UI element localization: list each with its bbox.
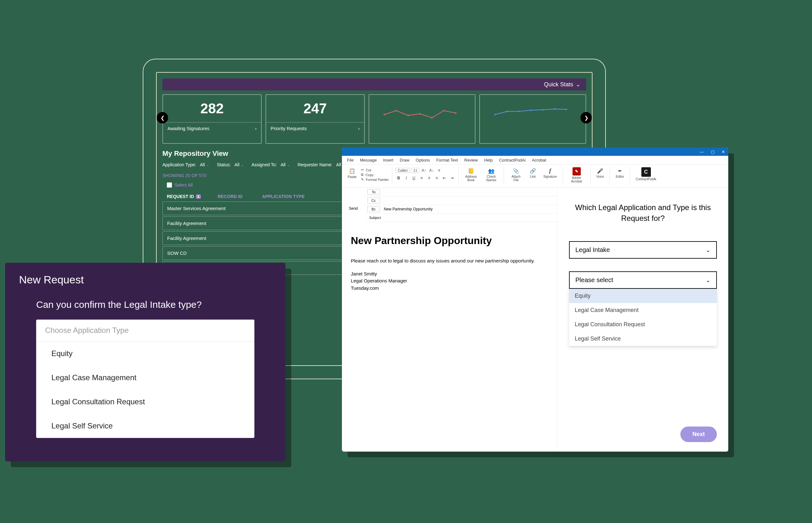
stat-label-text: Awaiting Signatures [168, 126, 209, 131]
option-equity[interactable]: Equity [36, 341, 254, 366]
checkbox-icon [167, 182, 172, 187]
bold-button[interactable]: B [396, 175, 402, 181]
indent-decrease-button[interactable]: ⇤ [441, 175, 448, 181]
quickstats-label: Quick Stats [544, 81, 573, 88]
menu-acrobat[interactable]: Acrobat [532, 158, 546, 162]
application-type-card: Choose Application Type Equity Legal Cas… [36, 320, 254, 438]
column-application-type[interactable]: APPLICATION TYPE [262, 194, 325, 199]
menu-review[interactable]: Review [464, 158, 478, 162]
window-titlebar: — ▢ ✕ [342, 148, 728, 156]
sort-badge: 1 [196, 195, 201, 199]
column-record-id[interactable]: RECORD ID [218, 194, 262, 199]
filter-requester-name[interactable]: Requester Name: All⌄ [298, 162, 345, 167]
adobe-icon: ✎ [572, 167, 581, 176]
svg-point-9 [518, 111, 520, 112]
chevron-right-icon: › [358, 126, 360, 131]
stat-number: 282 [163, 101, 261, 116]
menu-insert[interactable]: Insert [383, 158, 394, 162]
side-question: Which Legal Application and Type is this… [569, 202, 717, 223]
quickstats-toggle[interactable]: Quick Stats ⌄ [163, 78, 586, 90]
menu-draw[interactable]: Draw [400, 158, 409, 162]
card-header: Choose Application Type [36, 320, 254, 341]
check-names-button[interactable]: 👥Check Names [482, 167, 501, 182]
stat-label-text: Priority Requests [270, 126, 307, 131]
indent-increase-button[interactable]: ⇥ [449, 175, 455, 181]
align-center-button[interactable]: ≡ [426, 175, 432, 181]
option-equity[interactable]: Equity [569, 289, 717, 303]
svg-point-13 [566, 109, 567, 110]
cc-button[interactable]: Cc [367, 198, 380, 203]
option-legal-consultation-request[interactable]: Legal Consultation Request [569, 317, 717, 332]
svg-point-3 [419, 113, 421, 114]
adobe-acrobat-button[interactable]: ✎Adobe Acrobat [566, 167, 587, 183]
line-chart-2 [479, 94, 586, 144]
link-icon: 🔗 [529, 167, 536, 174]
to-input[interactable] [382, 188, 557, 196]
menu-help[interactable]: Help [484, 158, 493, 162]
menu-options[interactable]: Options [416, 158, 430, 162]
attach-file-button[interactable]: 📎Attach File [507, 167, 525, 182]
minimize-button[interactable]: — [700, 149, 704, 154]
side-panel: Which Legal Application and Type is this… [558, 188, 728, 452]
filter-application-type[interactable]: Application Type: All⌄ [163, 162, 209, 167]
subject-input[interactable] [386, 216, 557, 220]
carousel-next-button[interactable]: ❯ [581, 112, 592, 124]
cc-input[interactable] [382, 197, 557, 204]
column-request-id[interactable]: REQUEST ID1 [167, 194, 218, 199]
option-legal-self-service[interactable]: Legal Self Service [569, 332, 717, 346]
close-button[interactable]: ✕ [722, 149, 725, 154]
stat-card-priority[interactable]: 247 Priority Requests › [265, 94, 365, 144]
cut-button[interactable]: ✂Cut [361, 168, 389, 172]
contractpodai-button[interactable]: CContractPodAi [633, 167, 659, 181]
line-chart-1 [369, 94, 475, 144]
email-body[interactable]: New Partnership Opportunity Please reach… [342, 222, 557, 304]
copy-button[interactable]: ⧉Copy [361, 173, 389, 177]
align-left-button[interactable]: ≡ [418, 175, 425, 181]
font-name-select[interactable]: Calibri [396, 168, 410, 173]
chevron-down-icon: ⌄ [576, 81, 581, 88]
svg-point-6 [455, 112, 456, 114]
voice-button[interactable]: 🎤Voice [594, 167, 606, 178]
filter-status[interactable]: Status: All⌄ [217, 162, 244, 167]
filter-assigned-to[interactable]: Assigned To: All⌄ [251, 162, 290, 167]
font-size-select[interactable]: 11 [411, 168, 419, 173]
menu-message[interactable]: Message [360, 158, 377, 162]
underline-button[interactable]: U [411, 175, 417, 181]
modal-prompt: Can you confirm the Legal Intake type? [36, 299, 271, 310]
option-legal-case-management[interactable]: Legal Case Management [36, 366, 254, 390]
option-legal-self-service[interactable]: Legal Self Service [36, 414, 254, 438]
signature-button[interactable]: fSignature [541, 167, 560, 178]
italic-button[interactable]: I [403, 175, 410, 181]
format-painter-button[interactable]: ✎Format Painter [361, 177, 389, 182]
editor-button[interactable]: ✒Editor [613, 167, 626, 178]
align-right-button[interactable]: ≡ [434, 175, 440, 181]
decrease-font-button[interactable]: A↓ [428, 167, 435, 174]
bc-button[interactable]: Bc [367, 206, 380, 212]
address-book-button[interactable]: 📒Address Book [462, 167, 480, 182]
menu-file[interactable]: File [347, 158, 354, 162]
outlook-window: — ▢ ✕ File Message Insert Draw Options F… [342, 148, 728, 452]
option-legal-consultation-request[interactable]: Legal Consultation Request [36, 390, 254, 414]
paste-button[interactable]: 📋 Paste [345, 167, 359, 179]
bullet-list-button[interactable]: ≡ [436, 167, 442, 174]
to-button[interactable]: To [367, 189, 380, 195]
next-button[interactable]: Next [680, 427, 717, 442]
increase-font-button[interactable]: A↑ [420, 167, 427, 174]
svg-point-10 [530, 109, 532, 111]
link-button[interactable]: 🔗Link [527, 167, 539, 178]
svg-point-2 [407, 114, 409, 116]
stat-card-awaiting[interactable]: 282 Awaiting Signatures › [163, 94, 262, 144]
type-select[interactable]: Please select ⌄ [569, 271, 717, 289]
carousel-prev-button[interactable]: ❮ [157, 112, 168, 124]
microphone-icon: 🎤 [597, 167, 604, 174]
svg-point-11 [542, 109, 543, 111]
send-button[interactable]: Send [342, 188, 365, 222]
menu-format-text[interactable]: Format Text [436, 158, 458, 162]
legal-application-select[interactable]: Legal Intake ⌄ [569, 241, 717, 259]
menu-contractpodai[interactable]: ContractPodAi [499, 158, 526, 162]
maximize-button[interactable]: ▢ [711, 149, 715, 154]
option-legal-case-management[interactable]: Legal Case Management [569, 303, 717, 317]
address-book-icon: 📒 [468, 167, 474, 174]
subject-label: Subject [365, 216, 386, 220]
bc-input[interactable] [382, 206, 557, 213]
